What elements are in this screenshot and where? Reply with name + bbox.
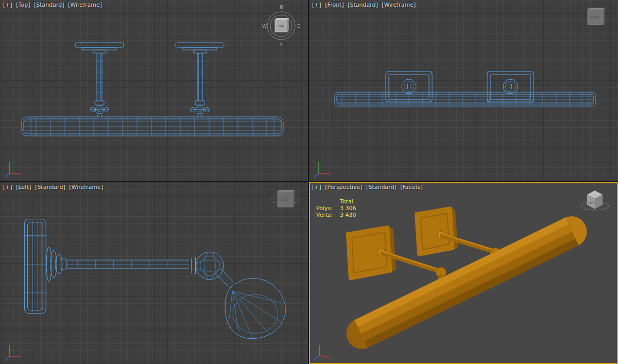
viewcube-face-label[interactable]: Top	[278, 24, 284, 28]
stats-verts-label: Verts:	[316, 212, 336, 218]
compass-east-label[interactable]: E	[297, 24, 300, 29]
viewport-menu-pov[interactable]: [Top]	[16, 2, 30, 8]
picture-light-wireframe-top[interactable]	[22, 43, 283, 136]
world-axis-tripod	[3, 158, 26, 180]
viewport-menu-shading[interactable]: [Wireframe]	[68, 2, 102, 8]
viewport-menu-shading[interactable]: [Wireframe]	[69, 184, 103, 190]
viewcube-face-label[interactable]: Front	[591, 15, 600, 20]
viewport-menu-style[interactable]: [Standard]	[35, 184, 65, 190]
picture-light-wireframe-front[interactable]	[335, 72, 595, 106]
picture-light-wireframe-left[interactable]	[24, 219, 285, 339]
viewport-menu-pov[interactable]: [Left]	[16, 184, 31, 190]
stats-polys-label: Polys:	[316, 205, 336, 212]
world-axis-tripod	[312, 158, 335, 180]
viewcube-compass[interactable]: N S W E Top	[261, 2, 302, 47]
stats-polys-value: 3 306	[340, 205, 356, 212]
viewport-menu-shading[interactable]: [Facets]	[400, 184, 423, 190]
viewport-menu-shading[interactable]: [Wireframe]	[382, 2, 416, 8]
viewport-menu-pov[interactable]: [Front]	[325, 2, 344, 8]
viewcube-side-edge[interactable]	[287, 18, 289, 32]
viewcube[interactable]: Left	[578, 184, 612, 214]
viewport-menu-general[interactable]: [+]	[3, 184, 12, 190]
wall-plate-2[interactable]	[417, 209, 457, 254]
viewport-menu-general[interactable]: [+]	[312, 184, 321, 190]
world-axis-tripod	[312, 341, 335, 362]
viewport-menu-style[interactable]: [Standard]	[348, 2, 378, 8]
viewport-menu-style[interactable]: [Standard]	[366, 184, 397, 190]
viewcube-face-label[interactable]: Left	[588, 201, 595, 205]
viewcube-face-label[interactable]: Left	[281, 198, 288, 202]
front-view-canvas[interactable]	[309, 0, 618, 181]
compass-west-label[interactable]: W	[262, 24, 267, 29]
viewport-perspective[interactable]: [+] [Perspective] [Standard] [Facets] To…	[309, 182, 618, 364]
left-view-canvas[interactable]	[0, 182, 308, 364]
picture-light-shaded[interactable]	[347, 209, 587, 349]
viewcube[interactable]: Front	[579, 2, 612, 33]
viewport-front[interactable]: [+] [Front] [Standard] [Wireframe]	[309, 0, 618, 181]
viewport-quad-layout: [+] [Top] [Standard] [Wireframe]	[0, 0, 618, 364]
viewport-label: [+] [Top] [Standard] [Wireframe]	[3, 2, 104, 8]
viewport-statistics: Total Polys: 3 306 Verts: 3 430	[316, 198, 356, 218]
viewport-menu-style[interactable]: [Standard]	[34, 2, 64, 8]
compass-south-label[interactable]: S	[280, 42, 283, 47]
compass-north-label[interactable]: N	[280, 5, 283, 10]
viewcube[interactable]: Left	[269, 184, 302, 215]
viewport-top[interactable]: [+] [Top] [Standard] [Wireframe]	[0, 0, 308, 181]
viewport-menu-general[interactable]: [+]	[312, 2, 321, 8]
viewport-left[interactable]: [+] [Left] [Standard] [Wireframe]	[0, 182, 308, 364]
viewport-label: [+] [Left] [Standard] [Wireframe]	[3, 184, 105, 190]
stats-verts-value: 3 430	[340, 212, 356, 218]
viewport-label: [+] [Front] [Standard] [Wireframe]	[312, 2, 418, 8]
viewport-menu-general[interactable]: [+]	[3, 2, 12, 8]
stats-total-label: Total	[340, 198, 356, 205]
viewport-label: [+] [Perspective] [Standard] [Facets]	[312, 184, 425, 190]
world-axis-tripod	[3, 341, 26, 362]
viewport-menu-pov[interactable]: [Perspective]	[325, 184, 362, 190]
